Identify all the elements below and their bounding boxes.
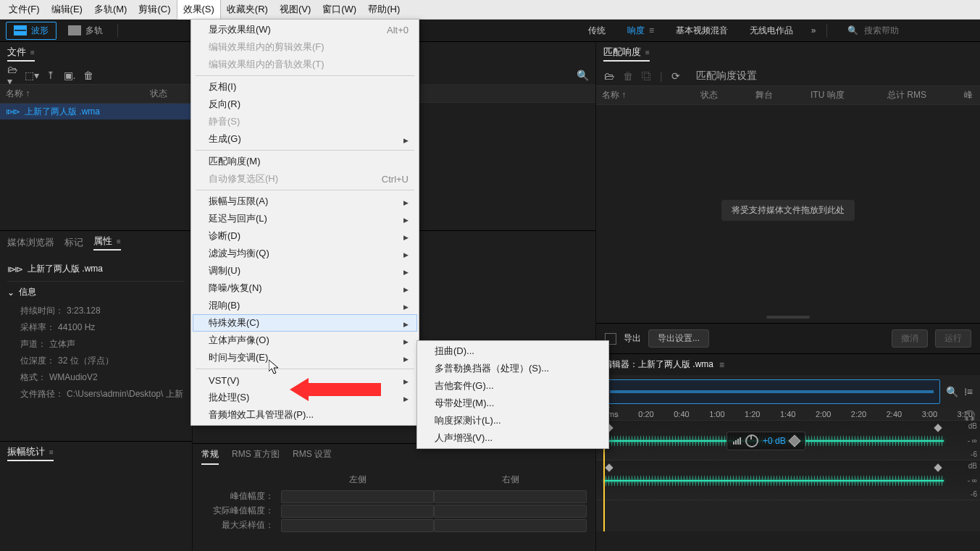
filter-icon[interactable]: 🔍: [577, 70, 588, 81]
audio-file-icon: ⧐⧐: [6, 107, 19, 117]
cancel-button[interactable]: 撤消: [892, 329, 928, 348]
folder-icon[interactable]: 🗁: [603, 70, 615, 82]
effects-menu-item[interactable]: 反相(I): [193, 78, 417, 96]
menu-edit[interactable]: 编辑(E): [46, 0, 88, 19]
headphone-icon[interactable]: 🎧: [963, 410, 976, 421]
amp-tab-rms-set[interactable]: RMS 设置: [293, 448, 332, 465]
col-name[interactable]: 名称 ↑: [0, 85, 144, 103]
overview-scrollbar[interactable]: [603, 379, 940, 404]
mode-multitrack-button[interactable]: 多轨: [61, 22, 110, 39]
menu-effects[interactable]: 效果(S): [177, 0, 221, 20]
workspace-tab-loudness[interactable]: 响度 ≡: [620, 22, 661, 39]
trash-icon[interactable]: 🗑: [622, 70, 634, 82]
keyframe-icon[interactable]: [788, 435, 800, 447]
amp-row-peak: 峰值幅度：: [201, 490, 281, 503]
special-menu-item[interactable]: 多普勒换挡器（处理）(S)...: [419, 360, 607, 377]
marker-start-r[interactable]: [605, 463, 613, 471]
gain-value: +0 dB: [763, 436, 786, 446]
effects-menu-item[interactable]: 振幅与压限(A): [193, 193, 417, 210]
match-col-itu[interactable]: ITU 响度: [805, 86, 881, 104]
toolbar-separator: [117, 24, 118, 37]
menu-view[interactable]: 视图(V): [274, 0, 317, 19]
effects-menu-item[interactable]: 音频增效工具管理器(P)...: [193, 406, 417, 424]
special-menu-item[interactable]: 母带处理(M)...: [419, 395, 607, 412]
mode-waveform-button[interactable]: 波形: [6, 22, 56, 40]
marker-end-l[interactable]: [934, 424, 942, 432]
special-menu-item[interactable]: 吉他套件(G)...: [419, 377, 607, 395]
overflow-icon[interactable]: »: [808, 25, 819, 36]
effects-menu-item[interactable]: 显示效果组(W)Alt+0: [193, 21, 417, 38]
workspace-tab-classic[interactable]: 传统: [581, 22, 613, 39]
amp-tab-rms-hist[interactable]: RMS 直方图: [232, 448, 280, 465]
time-ruler[interactable]: hms0:200:401:001:201:402:002:202:403:003…: [596, 408, 980, 421]
effects-menu-item[interactable]: 混响(B): [193, 297, 417, 314]
effects-menu-item: 自动修复选区(H)Ctrl+U: [193, 170, 417, 188]
special-menu-item[interactable]: 响度探测计(L)...: [419, 412, 607, 429]
effects-menu-item[interactable]: 特殊效果(C): [193, 314, 417, 332]
track-left[interactable]: dB- ∞-6 +0 dB: [596, 421, 980, 460]
match-col-status[interactable]: 状态: [695, 86, 750, 104]
menu-separator: [196, 150, 414, 151]
resize-handle[interactable]: [766, 316, 810, 319]
track-right[interactable]: dB- ∞-6: [596, 460, 980, 500]
tab-media-browser[interactable]: 媒体浏览器: [7, 236, 54, 249]
menu-clip[interactable]: 剪辑(C): [133, 0, 176, 19]
tab-match-loudness[interactable]: 匹配响度≡: [603, 46, 650, 62]
import-icon[interactable]: ⤒: [45, 70, 56, 81]
effects-menu-item[interactable]: 滤波与均衡(Q): [193, 245, 417, 262]
match-col-peak[interactable]: 峰: [958, 86, 980, 104]
tab-markers[interactable]: 标记: [64, 236, 83, 249]
effects-menu-item[interactable]: 延迟与回声(L): [193, 210, 417, 227]
marker-end-r[interactable]: [934, 463, 942, 471]
new-icon[interactable]: ▣.: [64, 70, 75, 81]
amp-tab-general[interactable]: 常规: [201, 448, 219, 465]
tab-properties[interactable]: 属性≡: [93, 235, 121, 251]
match-settings-button[interactable]: 匹配响度设置: [696, 70, 757, 83]
effects-menu-item[interactable]: 匹配响度(M): [193, 153, 417, 170]
help-search-input[interactable]: [863, 25, 974, 36]
run-button[interactable]: 运行: [935, 329, 971, 348]
effects-menu-item[interactable]: 降噪/恢复(N): [193, 279, 417, 297]
workspace-tab-videomix[interactable]: 基本视频混音: [669, 22, 735, 39]
info-section-toggle[interactable]: ⌄ 信息: [7, 282, 185, 303]
file-row[interactable]: ⧐⧐ 上新了两人版 .wma: [0, 104, 192, 119]
gain-control[interactable]: +0 dB: [726, 432, 805, 450]
analyze-icon[interactable]: ⟳: [670, 70, 682, 82]
editor-timeline[interactable]: hms0:200:401:001:201:402:002:202:403:003…: [596, 408, 980, 531]
effects-menu-item[interactable]: 反向(R): [193, 96, 417, 113]
settings-icon[interactable]: ⁞≡: [964, 386, 973, 398]
export-settings-button[interactable]: 导出设置...: [648, 329, 709, 348]
match-col-rms[interactable]: 总计 RMS: [881, 86, 958, 104]
open-file-icon[interactable]: 🗁▾: [7, 70, 19, 81]
menu-file[interactable]: 文件(F): [3, 0, 46, 19]
special-menu-item[interactable]: 人声增强(V)...: [419, 429, 607, 447]
copy-icon[interactable]: ⿻: [641, 70, 653, 82]
gain-knob-icon[interactable]: [745, 434, 758, 447]
delete-icon[interactable]: 🗑: [83, 70, 94, 81]
info-bitdepth: 位深度：32 位（浮点）: [7, 353, 185, 369]
col-status[interactable]: 状态: [144, 85, 192, 103]
effects-menu-item[interactable]: 调制(U): [193, 262, 417, 279]
help-search[interactable]: 🔍: [847, 25, 974, 36]
match-col-stage[interactable]: 舞台: [750, 86, 805, 104]
menu-separator: [196, 369, 414, 369]
zoom-icon[interactable]: 🔍: [946, 386, 958, 398]
effects-menu-item[interactable]: 立体声声像(O): [193, 332, 417, 349]
match-col-name[interactable]: 名称 ↑: [596, 86, 695, 104]
record-icon[interactable]: ⬚▾: [26, 70, 38, 81]
match-export-row: 导出 导出设置... 撤消 运行: [596, 323, 980, 353]
menu-favorites[interactable]: 收藏夹(R): [221, 0, 274, 19]
info-channels: 声道：立体声: [7, 336, 185, 353]
tab-files[interactable]: 文件≡: [7, 46, 35, 62]
tab-amplitude-stats[interactable]: 振幅统计≡: [7, 445, 54, 461]
effects-menu-item[interactable]: 诊断(D): [193, 227, 417, 245]
menu-window[interactable]: 窗口(W): [317, 0, 362, 19]
match-drop-area[interactable]: 将受支持媒体文件拖放到此处: [596, 105, 980, 316]
effects-menu-item[interactable]: 时间与变调(E): [193, 349, 417, 366]
info-filepath: 文件路径：C:\Users\admin\Desktop\ 上新: [7, 386, 185, 403]
effects-menu-item[interactable]: 生成(G): [193, 130, 417, 148]
menu-help[interactable]: 帮助(H): [362, 0, 406, 19]
menu-multitrack[interactable]: 多轨(M): [88, 0, 133, 19]
special-menu-item[interactable]: 扭曲(D)...: [419, 342, 607, 360]
workspace-tab-radio[interactable]: 无线电作品: [742, 22, 800, 39]
